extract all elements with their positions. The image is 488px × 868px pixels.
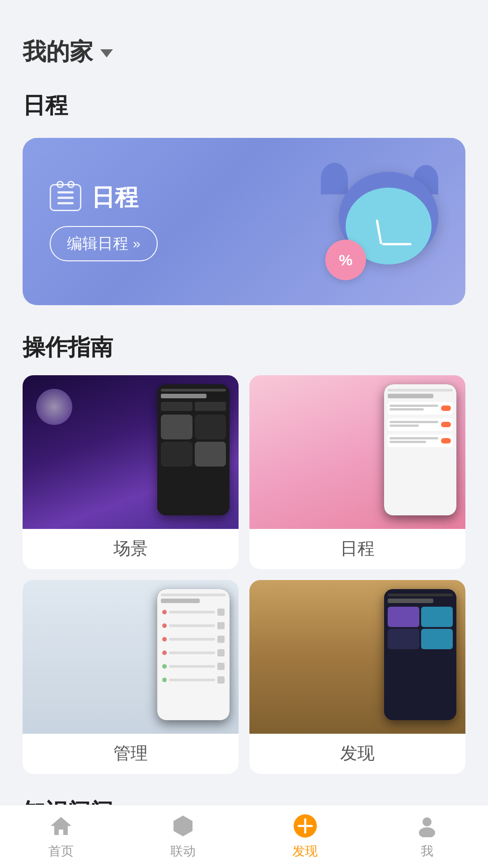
disc-title-bar — [388, 599, 433, 603]
svg-marker-0 — [51, 817, 71, 835]
mgmt-line-3 — [169, 638, 215, 641]
guide-item-schedule[interactable]: 日程 — [249, 375, 465, 569]
discover-guide-label: 发现 — [249, 734, 465, 774]
clock-bell-left — [321, 163, 348, 194]
discover-svg-icon — [293, 812, 318, 840]
sched-item-lines-2 — [389, 421, 438, 428]
disc-card-2 — [421, 607, 453, 627]
clock-percent-badge: % — [325, 240, 366, 280]
management-phone-screen — [157, 589, 230, 720]
nav-label-discover: 发现 — [292, 843, 318, 860]
sched-list-item-1 — [388, 402, 453, 415]
mgmt-line-2 — [169, 624, 215, 627]
mgmt-row-3 — [161, 634, 226, 645]
sched-toggle-1 — [441, 406, 451, 411]
home-svg-icon — [50, 816, 72, 836]
link-svg-icon — [172, 815, 194, 837]
guide-item-discover[interactable]: 发现 — [249, 580, 465, 774]
disc-card-4 — [421, 629, 453, 649]
disc-card-3 — [388, 629, 419, 649]
svg-point-6 — [419, 827, 435, 837]
scene-background — [23, 375, 239, 529]
scene-grid-item-1 — [161, 415, 192, 439]
nav-item-user[interactable]: 我 — [366, 813, 488, 860]
schedule-card-title: 日程 — [91, 182, 138, 213]
sched-line-2b — [389, 425, 419, 427]
sched-item-lines-3 — [389, 437, 438, 444]
mgmt-dot-6 — [162, 678, 167, 682]
dropdown-arrow-icon[interactable] — [100, 49, 113, 57]
sched-list-item-2 — [388, 418, 453, 431]
home-icon — [49, 813, 74, 838]
mgmt-dot-4 — [162, 651, 167, 655]
nav-label-link: 联动 — [170, 843, 196, 860]
schedule-phone-mockup — [384, 384, 456, 515]
clock-minute-hand — [382, 243, 412, 245]
scene-label: 场景 — [23, 529, 239, 569]
calendar-line-3 — [57, 202, 74, 204]
phone-status-bar — [161, 389, 226, 392]
schedule-icon-title-row: 日程 — [50, 182, 158, 213]
phone-button-row — [161, 402, 226, 411]
mgmt-status-bar — [161, 594, 226, 596]
calendar-lines — [57, 188, 74, 208]
nav-label-home: 首页 — [48, 843, 74, 860]
mgmt-row-4 — [161, 647, 226, 658]
mgmt-num-4 — [217, 649, 225, 656]
management-label: 管理 — [23, 734, 239, 774]
mgmt-row-2 — [161, 620, 226, 631]
phone-title-bar — [161, 394, 206, 398]
schedule-guide-label: 日程 — [249, 529, 465, 569]
schedule-section-title: 日程 — [0, 81, 488, 133]
mgmt-dot-3 — [162, 637, 167, 642]
sched-line-1a — [389, 405, 438, 407]
sched-list-item-3 — [388, 434, 453, 447]
mgmt-row-1 — [161, 607, 226, 618]
user-icon — [415, 813, 440, 838]
scene-image — [23, 375, 239, 529]
discover-image — [249, 580, 465, 734]
clock-hour-hand — [375, 219, 382, 244]
sched-toggle-2 — [441, 422, 451, 427]
scene-grid-item-3 — [161, 442, 192, 467]
sched-item-lines-1 — [389, 405, 438, 412]
nav-item-discover[interactable]: 发现 — [244, 813, 366, 860]
scene-light-orb — [36, 389, 72, 425]
schedule-card-left: 日程 编辑日程 » — [50, 182, 158, 261]
discover-nav-icon — [293, 813, 318, 838]
sched-status-bar — [388, 389, 453, 392]
guide-item-management[interactable]: 管理 — [23, 580, 239, 774]
disc-card-1 — [388, 607, 419, 627]
mgmt-dot-5 — [162, 664, 167, 669]
mgmt-num-5 — [217, 663, 225, 670]
header: 我的家 — [0, 0, 488, 81]
mgmt-title-bar — [161, 599, 200, 603]
sched-title-bar — [388, 394, 433, 398]
schedule-background — [249, 375, 465, 529]
svg-marker-1 — [174, 816, 192, 836]
mgmt-line-4 — [169, 651, 215, 654]
mgmt-line-6 — [169, 679, 215, 681]
mgmt-row-5 — [161, 661, 226, 672]
schedule-card[interactable]: 日程 编辑日程 » % — [23, 138, 465, 305]
calendar-line-1 — [57, 191, 74, 193]
schedule-phone-screen — [384, 384, 456, 515]
schedule-guide-image — [249, 375, 465, 529]
mgmt-dot-1 — [162, 610, 167, 614]
discover-mini-grid — [388, 607, 453, 649]
sched-line-3b — [389, 441, 426, 443]
mgmt-dot-2 — [162, 623, 167, 628]
nav-item-link[interactable]: 联动 — [122, 813, 244, 860]
scene-phone-screen — [157, 384, 230, 515]
user-svg-icon — [416, 815, 438, 837]
sched-line-2a — [389, 421, 438, 423]
scene-grid-item-4 — [195, 442, 226, 467]
management-phone-mockup — [157, 589, 230, 720]
mgmt-num-2 — [217, 622, 225, 629]
guide-item-scene[interactable]: 场景 — [23, 375, 239, 569]
edit-schedule-button[interactable]: 编辑日程 » — [50, 226, 158, 261]
link-icon — [171, 813, 196, 838]
nav-item-home[interactable]: 首页 — [0, 813, 122, 860]
phone-btn-1 — [161, 402, 192, 411]
page-title[interactable]: 我的家 — [23, 36, 93, 68]
